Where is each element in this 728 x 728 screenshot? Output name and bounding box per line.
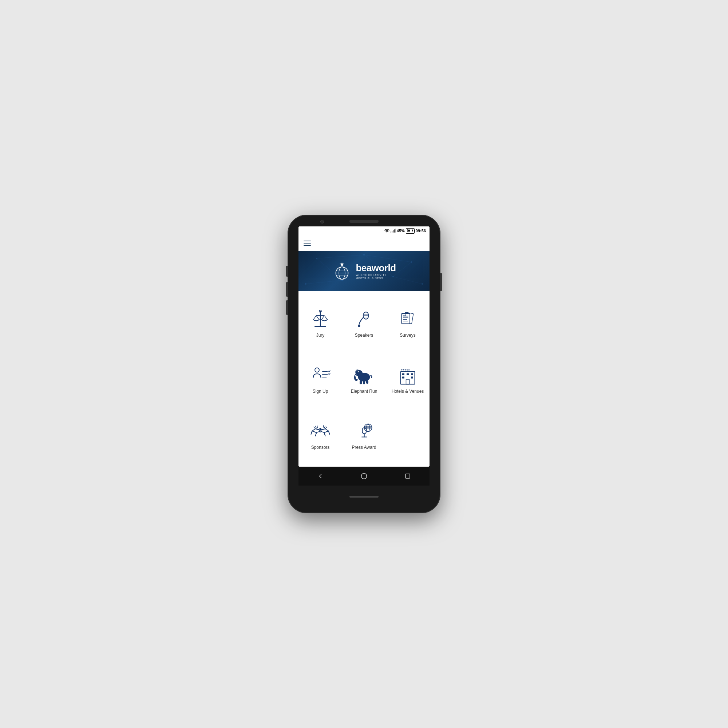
svg-rect-54 [366,380,369,384]
svg-point-51 [358,371,359,372]
svg-rect-1 [412,230,413,231]
menu-item-jury[interactable]: Jury [298,295,342,351]
svg-marker-18 [340,262,345,266]
svg-line-28 [316,316,319,320]
app-toolbar [298,235,430,251]
svg-rect-78 [405,474,410,478]
sponsors-label: Sponsors [311,445,330,450]
earpiece-speaker [349,220,379,223]
recent-apps-button[interactable] [401,469,415,483]
svg-line-27 [314,316,316,320]
status-icons: 45% 09:56 [384,228,426,234]
phone-device: 45% 09:56 [288,215,440,513]
surveys-label: Surveys [400,333,415,338]
microphone-icon [353,308,375,330]
back-button[interactable] [313,469,327,483]
brand-name: beaworld [356,262,396,274]
elephant-icon [353,364,375,386]
home-button[interactable] [357,469,371,483]
elephant-run-label: Elephant Run [351,389,378,394]
scale-icon [309,308,331,330]
phone-top [288,215,440,223]
logo-text: beaworld WHERE CREATIVITY MEETS BUSINESS… [356,262,396,280]
mute-button[interactable] [286,300,288,315]
svg-rect-59 [407,373,409,375]
phone-nav-bar [298,466,430,486]
home-indicator-bar [349,496,379,498]
phone-screen: 45% 09:56 [298,226,430,466]
signup-label: Sign Up [313,389,328,394]
menu-item-signup[interactable]: Sign Up [298,351,342,407]
app-banner: beaworld WHERE CREATIVITY MEETS BUSINESS… [298,251,430,291]
svg-line-17 [393,277,422,284]
svg-rect-57 [406,379,410,384]
battery-icon [406,228,414,234]
svg-point-44 [315,368,319,372]
logo-globe-icon [332,262,352,281]
power-button[interactable] [440,273,442,291]
svg-line-67 [324,433,326,436]
signal-icon [391,229,396,232]
svg-line-30 [324,316,327,320]
press-award-icon [353,420,375,442]
svg-point-50 [355,369,359,375]
jury-label: Jury [316,333,325,338]
svg-rect-62 [411,377,413,379]
svg-line-29 [322,316,325,320]
volume-down-button[interactable] [286,282,288,297]
handshake-icon [309,420,331,442]
menu-item-surveys[interactable]: Surveys [386,295,430,351]
menu-item-elephant-run[interactable]: Elephant Run [342,351,386,407]
svg-rect-60 [411,373,413,375]
svg-line-10 [317,255,364,258]
svg-rect-2 [408,229,410,231]
svg-line-65 [316,433,317,436]
tagline-line1: WHERE CREATIVITY [356,274,396,277]
app-grid-menu: Jury Speakers [298,291,430,466]
svg-rect-58 [402,373,404,375]
svg-rect-61 [402,377,404,379]
hotel-icon: ★★★★★ [397,364,419,386]
press-award-label: Press Award [352,445,376,450]
speakers-label: Speakers [355,333,373,338]
svg-point-77 [361,474,367,479]
hotels-venues-label: Hotels & Venues [392,389,424,394]
svg-line-66 [329,431,330,434]
tagline-line2: MEETS BUSINESS. [356,277,396,280]
clipboard-icon [397,308,419,330]
hamburger-menu[interactable] [304,241,311,246]
svg-point-33 [358,325,360,327]
phone-bottom [349,486,379,508]
menu-item-speakers[interactable]: Speakers [342,295,386,351]
menu-item-press-award[interactable]: Press Award [342,407,386,463]
svg-rect-52 [359,380,362,384]
empty-grid-cell [386,407,430,463]
menu-item-hotels-venues[interactable]: ★★★★★ Hotels & Venues [386,351,430,407]
front-camera [320,220,324,223]
person-list-icon [309,364,331,386]
svg-rect-53 [363,380,365,384]
menu-item-sponsors[interactable]: Sponsors [298,407,342,463]
wifi-icon [384,229,390,232]
app-logo: beaworld WHERE CREATIVITY MEETS BUSINESS… [332,262,396,281]
status-bar: 45% 09:56 [298,226,430,235]
svg-line-64 [311,431,312,434]
volume-up-button[interactable] [286,266,288,277]
status-time: 09:56 [416,229,426,233]
svg-text:★★★★★: ★★★★★ [401,369,410,371]
battery-percent: 45% [397,229,405,233]
